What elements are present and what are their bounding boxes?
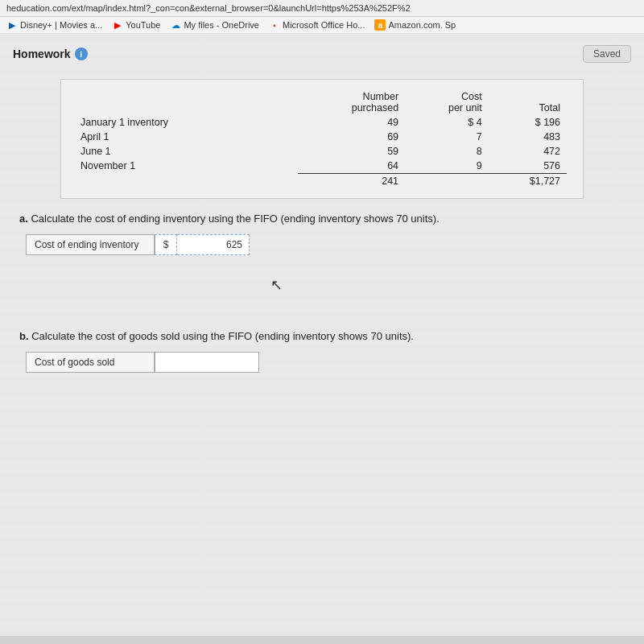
row-label-apr: April 1 — [77, 130, 298, 144]
bookmark-youtube[interactable]: ▶ YouTube — [112, 19, 160, 31]
row-total-apr: 483 — [489, 130, 567, 144]
cost-goods-sold-input[interactable] — [155, 352, 259, 373]
section-b-input-row: Cost of goods sold — [26, 352, 625, 373]
total-amount: $1,727 — [489, 174, 567, 189]
inventory-table-container: Numberpurchased Costper unit Total Janua… — [60, 79, 584, 199]
table-row: April 1 69 7 483 — [77, 130, 567, 144]
table-row: June 1 59 8 472 — [77, 144, 567, 159]
bookmark-msoffice[interactable]: ▪ Microsoft Office Ho... — [269, 19, 365, 31]
cursor-area: ↖ — [13, 268, 631, 316]
section-a-text: Calculate the cost of ending inventory u… — [31, 213, 439, 225]
row-purchased-apr: 69 — [298, 130, 405, 144]
bookmarks-bar: ▶ Disney+ | Movies a... ▶ YouTube ☁ My f… — [0, 17, 644, 34]
row-purchased-jun: 59 — [298, 144, 405, 159]
section-a-input-row: Cost of ending inventory $ — [26, 234, 625, 255]
homework-label: Homework i — [13, 47, 88, 60]
youtube-icon: ▶ — [112, 19, 123, 31]
msoffice-icon: ▪ — [269, 19, 280, 31]
section-b-text: Calculate the cost of goods sold using t… — [31, 330, 414, 342]
row-total-jun: 472 — [489, 144, 567, 159]
inventory-table: Numberpurchased Costper unit Total Janua… — [77, 89, 567, 188]
row-purchased-jan: 49 — [298, 115, 405, 130]
section-a: a. Calculate the cost of ending inventor… — [13, 212, 631, 255]
row-label-jan: January 1 inventory — [77, 115, 298, 130]
row-label-jun: June 1 — [77, 144, 298, 159]
col-header-cost: Costper unit — [405, 89, 489, 115]
bookmark-onedrive-label: My files - OneDrive — [184, 20, 259, 30]
row-cost-jun: 8 — [405, 144, 489, 159]
cursor-arrow-icon: ↖ — [270, 276, 283, 294]
disney-icon: ▶ — [6, 19, 18, 31]
saved-badge: Saved — [583, 45, 631, 63]
row-cost-jan: $ 4 — [405, 115, 489, 130]
section-a-dollar-sign: $ — [155, 234, 177, 255]
row-total-nov: 576 — [489, 159, 567, 174]
row-cost-apr: 7 — [405, 130, 489, 144]
onedrive-icon: ☁ — [170, 19, 181, 31]
col-header-total: Total — [489, 89, 567, 115]
page-content: Homework i Saved Numberpurchased Costper… — [0, 34, 644, 636]
total-purchased: 241 — [298, 174, 405, 189]
bookmark-msoffice-label: Microsoft Office Ho... — [283, 20, 365, 30]
bookmark-amazon[interactable]: a Amazon.com. Sp — [374, 19, 456, 31]
row-purchased-nov: 64 — [298, 159, 405, 174]
section-a-label: a. Calculate the cost of ending inventor… — [19, 212, 625, 226]
homework-title: Homework — [13, 47, 71, 60]
header-bar: Homework i Saved — [13, 40, 631, 71]
table-row: November 1 64 9 576 — [77, 159, 567, 174]
address-bar[interactable]: heducation.com/ext/map/index.html?_con=c… — [0, 0, 644, 17]
bookmark-onedrive[interactable]: ☁ My files - OneDrive — [170, 19, 259, 31]
row-total-jan: $ 196 — [489, 115, 567, 130]
bookmark-disney[interactable]: ▶ Disney+ | Movies a... — [6, 19, 102, 31]
bookmark-youtube-label: YouTube — [126, 20, 160, 30]
section-b-label: b. Calculate the cost of goods sold usin… — [19, 329, 625, 344]
amazon-icon: a — [374, 19, 386, 31]
col-header-purchased: Numberpurchased — [298, 89, 405, 115]
cost-ending-inventory-label: Cost of ending inventory — [26, 234, 155, 255]
cost-ending-inventory-input[interactable] — [177, 234, 250, 255]
info-icon[interactable]: i — [75, 47, 88, 60]
url-text: heducation.com/ext/map/index.html?_con=c… — [6, 3, 411, 13]
table-total-row: 241 $1,727 — [77, 174, 567, 189]
bookmark-amazon-label: Amazon.com. Sp — [388, 20, 456, 30]
bookmark-disney-label: Disney+ | Movies a... — [20, 20, 102, 30]
table-row: January 1 inventory 49 $ 4 $ 196 — [77, 115, 567, 130]
total-cost-empty — [405, 174, 489, 189]
row-cost-nov: 9 — [405, 159, 489, 174]
total-label — [77, 174, 298, 189]
row-label-nov: November 1 — [77, 159, 298, 174]
section-b: b. Calculate the cost of goods sold usin… — [13, 329, 631, 373]
cost-goods-sold-label: Cost of goods sold — [26, 352, 155, 373]
